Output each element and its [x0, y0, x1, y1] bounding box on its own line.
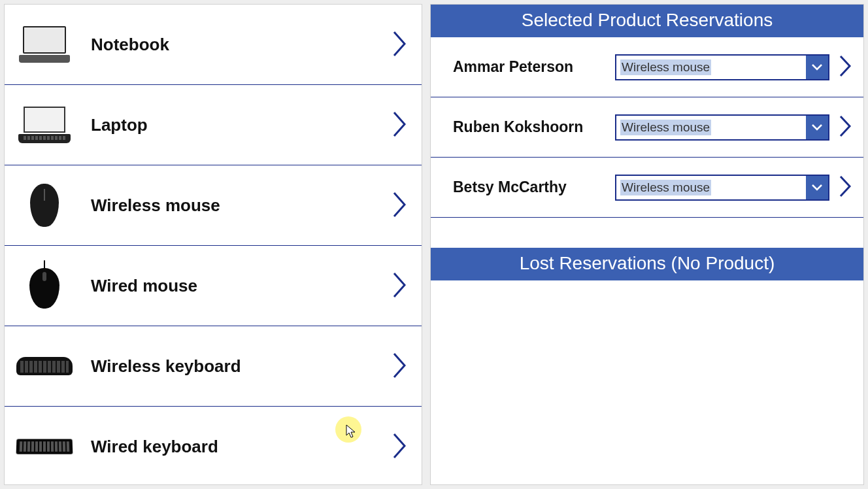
product-select-wrap: Wireless mouse [615, 54, 856, 80]
lost-reservations-header: Lost Reservations (No Product) [431, 248, 863, 280]
product-row-wireless-keyboard[interactable]: Wireless keyboard [5, 326, 422, 407]
product-select-wrap: Wireless mouse [615, 114, 856, 141]
product-list-panel[interactable]: Notebook Laptop Wireless mouse [4, 4, 422, 485]
product-row-wireless-mouse[interactable]: Wireless mouse [5, 165, 422, 246]
product-label: Wired mouse [73, 276, 392, 296]
chevron-right-icon[interactable] [839, 175, 856, 201]
chevron-down-icon [806, 116, 828, 139]
product-select[interactable]: Wireless mouse [615, 54, 829, 80]
product-row-notebook[interactable]: Notebook [5, 5, 422, 85]
notebook-icon [16, 16, 73, 73]
reservation-row: Ruben Kokshoorn Wireless mouse [431, 97, 863, 158]
selected-reservations-header: Selected Product Reservations [431, 5, 863, 37]
reservations-panel: Selected Product Reservations Ammar Pete… [430, 4, 864, 485]
product-label: Wireless keyboard [73, 356, 392, 377]
reservation-row: Ammar Peterson Wireless mouse [431, 37, 863, 97]
product-select-value: Wireless mouse [616, 56, 806, 79]
product-select-wrap: Wireless mouse [615, 175, 856, 201]
chevron-right-icon [392, 29, 411, 59]
chevron-right-icon [392, 351, 411, 381]
wired-mouse-icon [16, 258, 73, 314]
wireless-keyboard-icon [16, 338, 73, 394]
product-label: Notebook [73, 35, 392, 55]
chevron-right-icon[interactable] [839, 114, 856, 141]
product-select-value: Wireless mouse [616, 176, 806, 199]
wireless-mouse-icon [16, 177, 73, 233]
chevron-down-icon [806, 176, 828, 199]
product-label: Laptop [73, 115, 392, 135]
product-label: Wired keyboard [73, 437, 392, 457]
product-row-wired-keyboard[interactable]: Wired keyboard [5, 407, 422, 485]
product-row-wired-mouse[interactable]: Wired mouse [5, 246, 422, 326]
reservation-customer-name: Ammar Peterson [453, 58, 615, 76]
laptop-icon [16, 97, 73, 153]
chevron-right-icon [392, 110, 411, 140]
product-label: Wireless mouse [73, 195, 392, 216]
reservation-row: Betsy McCarthy Wireless mouse [431, 158, 863, 218]
reservation-customer-name: Ruben Kokshoorn [453, 118, 615, 136]
chevron-right-icon [392, 271, 411, 301]
chevron-right-icon[interactable] [839, 54, 856, 80]
chevron-right-icon [392, 431, 411, 462]
product-select[interactable]: Wireless mouse [615, 175, 829, 201]
chevron-right-icon [392, 190, 411, 220]
chevron-down-icon [806, 56, 828, 79]
wired-keyboard-icon [16, 418, 73, 475]
app-root: Notebook Laptop Wireless mouse [0, 0, 868, 489]
product-select-value: Wireless mouse [616, 116, 806, 139]
product-row-laptop[interactable]: Laptop [5, 85, 422, 165]
product-select[interactable]: Wireless mouse [615, 114, 829, 141]
reservation-customer-name: Betsy McCarthy [453, 178, 615, 196]
